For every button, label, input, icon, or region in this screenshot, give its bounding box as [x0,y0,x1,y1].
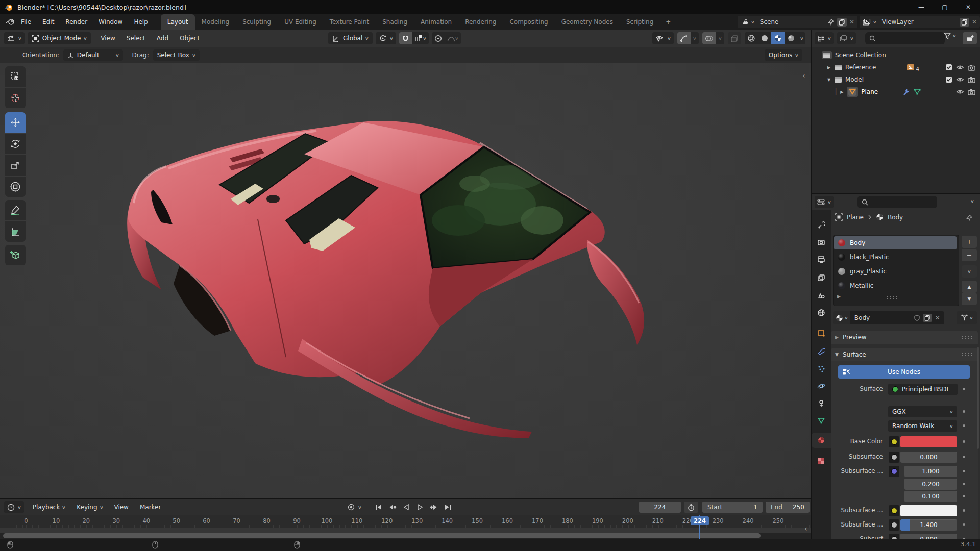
timeline-menu-playback[interactable]: Playback∨ [27,504,71,511]
pin-icon[interactable] [827,18,835,26]
timeline-track[interactable] [0,528,811,533]
new-collection-button[interactable] [963,32,977,44]
properties-tab-view-layer[interactable] [812,270,831,286]
menu-help[interactable]: Help [128,14,153,30]
annotate-tool[interactable] [5,200,26,220]
menu-edit[interactable]: Edit [37,14,60,30]
tab-sculpting[interactable]: Sculpting [236,14,278,30]
dropdown-ggx[interactable]: GGX∨ [888,406,957,417]
maximize-button[interactable]: ▢ [933,0,957,14]
hide-viewport-toggle[interactable] [954,89,966,95]
disable-render-toggle[interactable] [966,89,977,95]
play-button[interactable] [414,502,426,513]
minimize-button[interactable]: — [910,0,933,14]
node-socket[interactable] [889,505,899,516]
hide-viewport-toggle[interactable] [954,64,966,70]
surface-panel-header[interactable]: ▼ Surface [831,348,978,361]
value-field[interactable]: 0.200 [904,479,957,490]
panel-grip[interactable] [961,335,974,339]
tab-modeling[interactable]: Modeling [195,14,236,30]
value-field[interactable]: 1.000 [904,466,957,477]
outliner-row-scene-collection[interactable]: Scene Collection [812,49,980,61]
drag-dropdown[interactable]: Select Box ∨ [153,49,200,61]
menu-file[interactable]: File [15,14,37,30]
view-layer-selector[interactable]: ∨ ViewLayer ✕ [860,16,980,28]
properties-tab-world[interactable] [812,305,831,320]
value-slider[interactable]: 1.400 [900,519,957,531]
filter-dropdown[interactable]: ∨ [943,32,956,40]
viewport-menu-select[interactable]: Select [121,35,151,42]
move-slot-down-button[interactable]: ▼ [962,293,977,305]
viewport-3d[interactable]: ∨ Object Mode ∨ ViewSelectAddObject [0,30,811,498]
frame-end-field[interactable]: End250 [766,502,810,513]
properties-tab-tool[interactable] [812,217,831,233]
new-scene-copy-button[interactable] [837,18,847,27]
disable-render-toggle[interactable] [966,77,977,83]
properties-scrollbar[interactable] [977,347,979,449]
slot-list-grip[interactable] [886,296,899,300]
node-socket[interactable] [889,534,899,539]
animate-property-dot[interactable] [963,523,965,526]
tab-compositing[interactable]: Compositing [503,14,554,30]
remove-view-layer-icon[interactable]: ✕ [972,18,977,26]
tab-rendering[interactable]: Rendering [458,14,503,30]
expander-icon[interactable]: ▶ [838,90,846,94]
value-field[interactable]: 0.000 [900,452,957,463]
animate-property-dot[interactable] [963,470,965,472]
hide-viewport-toggle[interactable] [954,77,966,83]
node-socket[interactable] [889,436,899,447]
jump-to-end-button[interactable] [442,502,454,513]
material-browse-button[interactable]: ∨ [833,311,850,324]
timeline-scrollbar[interactable] [0,533,811,539]
node-socket[interactable] [889,452,899,463]
frame-start-field[interactable]: Start1 [702,502,763,513]
chevron-down-icon[interactable]: ∨ [358,505,362,510]
value-field[interactable]: 0.100 [904,491,957,502]
properties-tab-render[interactable] [812,235,831,250]
material-slot-gray_plastic[interactable]: gray_Plastic [834,265,957,278]
scale-tool[interactable] [5,155,26,176]
properties-tab-scene[interactable] [812,288,831,303]
tab-layout[interactable]: Layout [161,14,195,30]
pin-id-icon[interactable] [966,214,973,221]
outliner-row-reference[interactable]: ▶Reference4 [812,61,980,73]
jump-to-start-button[interactable] [373,502,385,513]
prev-keyframe-button[interactable] [386,502,399,513]
properties-tab-particles[interactable] [812,361,831,377]
animate-property-dot[interactable] [963,483,965,485]
use-preview-range-toggle[interactable] [684,502,698,513]
shading-rendered-button[interactable] [785,32,798,44]
transform-tool[interactable] [5,177,26,197]
outliner-editor-type-button[interactable]: ∨ [815,32,834,44]
properties-tab-object-data[interactable] [812,413,831,429]
xray-toggle[interactable] [728,32,741,44]
mode-selector[interactable]: Object Mode ∨ [28,32,91,44]
tab-uv-editing[interactable]: UV Editing [278,14,323,30]
animate-property-dot[interactable] [963,495,965,497]
menu-render[interactable]: Render [60,14,93,30]
outliner-row-plane[interactable]: │▶Plane [812,86,980,98]
material-slot-black_plastic[interactable]: black_Plastic [834,251,957,264]
value-field[interactable]: 0.000 [900,534,957,539]
animate-property-dot[interactable] [963,509,965,512]
color-swatch[interactable] [900,505,957,516]
object-visibility-selector[interactable]: ∨ [652,32,674,44]
properties-editor-type-button[interactable]: ∨ [815,196,834,208]
viewport-menu-object[interactable]: Object [174,35,205,42]
preview-panel-header[interactable]: ▶ Preview [831,331,978,344]
shading-dropdown[interactable]: ∨ [798,32,806,44]
show-overlays-toggle[interactable] [702,32,716,44]
outliner-search-input[interactable] [865,32,945,44]
breadcrumb-material[interactable]: Body [888,214,903,221]
next-keyframe-button[interactable] [428,502,440,513]
editor-type-button[interactable]: ∨ [4,32,24,44]
surface-shader-button[interactable]: Principled BSDF [888,384,958,395]
current-frame-badge[interactable]: 224 [691,516,709,525]
animate-property-dot[interactable] [963,424,965,427]
snap-toggle[interactable] [399,32,412,44]
breadcrumb-object[interactable]: Plane [847,214,864,221]
panel-grip[interactable] [961,353,974,357]
timeline-ruler[interactable]: 0102030405060708090100110120130140150160… [0,515,811,528]
tab-texture-paint[interactable]: Texture Paint [323,14,376,30]
view-layer-name[interactable]: ViewLayer [882,18,914,26]
